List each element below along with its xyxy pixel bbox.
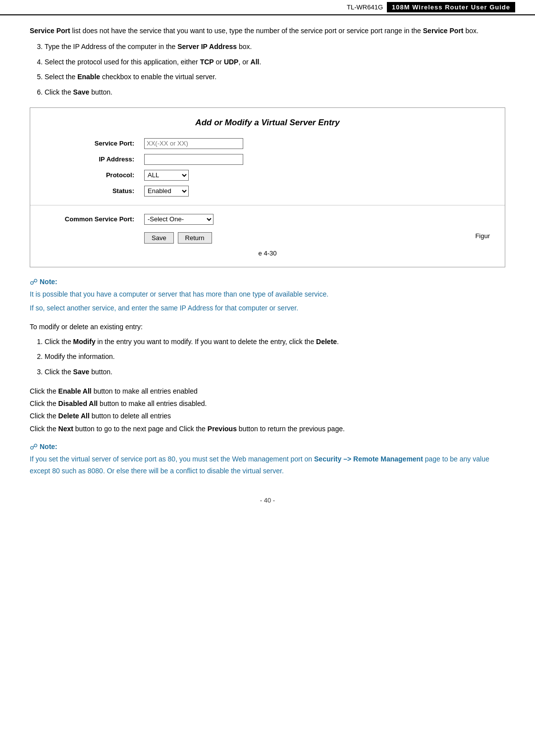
step-5: Select the Enable checkbox to enable the…	[45, 71, 505, 82]
note-1-line1: It is possible that you have a computer …	[30, 289, 505, 301]
status-row: Status: EnabledDisabled	[30, 183, 505, 199]
common-service-select[interactable]: -Select One-	[144, 214, 214, 225]
next-prev-para: Click the Next button to go to the next …	[30, 423, 505, 435]
note-2-header: ☍ Note:	[30, 442, 505, 452]
disabled-all-para: Click the Disabled All button to make al…	[30, 398, 505, 410]
status-label: Status:	[30, 183, 139, 199]
note-2-section: ☍ Note: If you set the virtual server of…	[30, 442, 505, 477]
note-1-line2: If so, select another service, and enter…	[30, 302, 505, 314]
status-select[interactable]: EnabledDisabled	[144, 186, 189, 197]
protocol-select[interactable]: ALLTCPUDP	[144, 170, 189, 181]
button-label-spacer	[30, 227, 139, 247]
extra-info: Click the Enable All button to make all …	[30, 385, 505, 435]
common-service-row: Common Service Port: -Select One-	[30, 211, 505, 227]
service-port-row: Service Port:	[30, 136, 505, 151]
return-button[interactable]: Return	[178, 232, 212, 244]
page-number: - 40 -	[30, 497, 505, 504]
save-button[interactable]: Save	[144, 232, 174, 244]
note-2-label: Note:	[40, 443, 57, 451]
figure-caption: e 4-30	[30, 250, 505, 257]
status-cell: EnabledDisabled	[139, 183, 505, 199]
protocol-row: Protocol: ALLTCPUDP	[30, 167, 505, 183]
enable-all-para: Click the Enable All button to make all …	[30, 385, 505, 398]
step-6: Click the Save button.	[45, 87, 505, 98]
service-port-bold: Service Port	[30, 27, 70, 35]
ip-address-cell	[139, 151, 505, 167]
separator-row	[30, 199, 505, 211]
form-divider	[30, 205, 505, 205]
service-port-cell	[139, 136, 505, 151]
note-2-line1: If you set the virtual server of service…	[30, 454, 505, 477]
form-table: Service Port: IP Address: Protocol: ALLT…	[30, 136, 505, 247]
common-service-label: Common Service Port:	[30, 211, 139, 227]
common-service-cell: -Select One-	[139, 211, 505, 227]
modify-intro: To modify or delete an existing entry:	[30, 321, 505, 332]
figure-side-label: Figur	[475, 232, 490, 240]
note-1-header: ☍ Note:	[30, 277, 505, 287]
step-4: Select the protocol used for this applic…	[45, 56, 505, 67]
service-port-bold2: Service Port	[423, 27, 464, 35]
button-cell: Save Return Figur	[139, 227, 505, 247]
intro-paragraph: Service Port list does not have the serv…	[30, 25, 505, 36]
ip-address-label: IP Address:	[30, 151, 139, 167]
modify-list: Click the Modify in the entry you want t…	[45, 336, 505, 377]
steps-list: Type the IP Address of the computer in t…	[45, 41, 505, 98]
virtual-server-form: Add or Modify a Virtual Server Entry Ser…	[30, 107, 505, 267]
service-port-input[interactable]	[144, 138, 243, 149]
note-icon-1: ☍	[30, 277, 38, 287]
modify-step-3: Click the Save button.	[45, 366, 505, 377]
service-port-label: Service Port:	[30, 136, 139, 151]
service-port-input-wrapper	[144, 138, 243, 149]
button-row: Save Return Figur	[30, 227, 505, 247]
protocol-label: Protocol:	[30, 167, 139, 183]
modify-step-2: Modify the information.	[45, 351, 505, 362]
protocol-cell: ALLTCPUDP	[139, 167, 505, 183]
delete-all-para: Click the Delete All button to delete al…	[30, 410, 505, 422]
note-1-label: Note:	[40, 278, 57, 286]
note-1-section: ☍ Note: It is possible that you have a c…	[30, 277, 505, 314]
header-title: 108M Wireless Router User Guide	[387, 2, 515, 12]
form-title: Add or Modify a Virtual Server Entry	[30, 118, 505, 128]
ip-address-row: IP Address:	[30, 151, 505, 167]
step-3: Type the IP Address of the computer in t…	[45, 41, 505, 52]
ip-address-input[interactable]	[144, 154, 243, 165]
note-icon-2: ☍	[30, 442, 38, 452]
modify-step-1: Click the Modify in the entry you want t…	[45, 336, 505, 347]
header-model: TL-WR641G	[347, 3, 383, 11]
